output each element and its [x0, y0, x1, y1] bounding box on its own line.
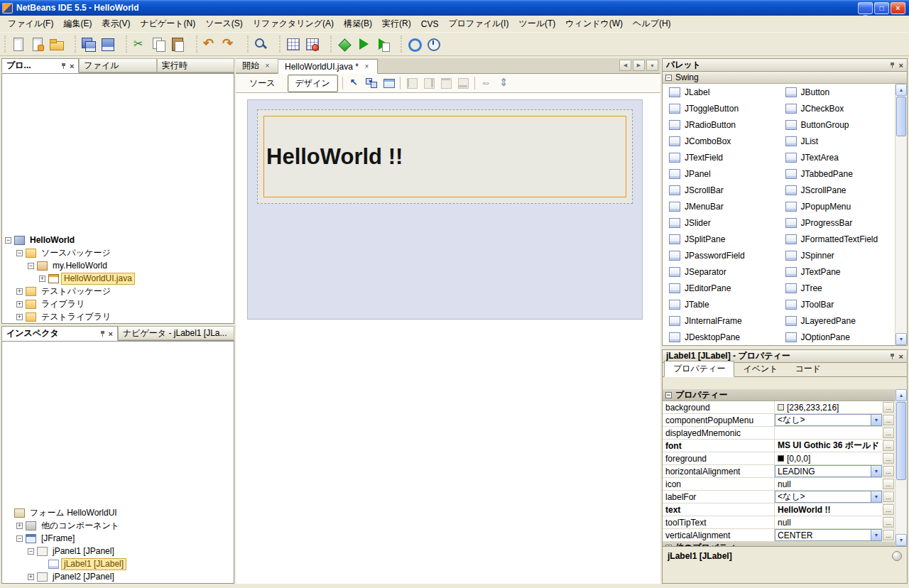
menu-item[interactable]: 実行(R) — [377, 16, 416, 32]
ellipsis-button[interactable]: ... — [883, 466, 894, 477]
save-icon[interactable] — [99, 36, 116, 53]
design-canvas[interactable]: HelloWorld !! — [236, 93, 660, 584]
scroll-down-icon[interactable]: ▼ — [896, 534, 907, 546]
preview-design-icon[interactable] — [381, 76, 396, 90]
property-value[interactable]: null — [775, 478, 882, 490]
menu-item[interactable]: 表示(V) — [97, 16, 135, 32]
palette-item[interactable]: JPopupMenu — [779, 198, 896, 214]
align-right-icon[interactable] — [422, 76, 436, 90]
jframe-design-surface[interactable]: HelloWorld !! — [247, 99, 643, 320]
palette-item[interactable]: JRadioButton — [663, 116, 779, 133]
align-bottom-icon[interactable] — [456, 76, 470, 90]
scrollbar-thumb[interactable] — [896, 402, 906, 480]
close-tab-icon[interactable]: × — [363, 62, 371, 70]
dropdown-arrow-icon[interactable]: ▼ — [871, 530, 881, 540]
scroll-tabs-left-button[interactable]: ◀ — [619, 60, 631, 71]
source-view-button[interactable]: ソース — [241, 75, 283, 92]
palette-item[interactable]: JOptionPane — [779, 329, 896, 345]
jlabel1-design[interactable]: HelloWorld !! — [263, 116, 626, 197]
connection-mode-icon[interactable] — [364, 76, 379, 90]
palette-item[interactable]: JList — [779, 133, 896, 149]
palette-item[interactable]: JDesktopPane — [663, 329, 779, 345]
cut-icon[interactable] — [131, 36, 148, 53]
palette-scrollbar[interactable]: ▲ ▼ — [895, 84, 907, 345]
ellipsis-button[interactable]: ... — [883, 491, 894, 502]
jpanel1-design[interactable]: HelloWorld !! — [257, 109, 633, 204]
palette-item[interactable]: JComboBox — [663, 133, 779, 149]
inspector-tree-node[interactable]: jLabel1 [JLabel] — [2, 557, 234, 570]
palette-item[interactable]: JTextField — [663, 149, 779, 165]
expand-icon[interactable]: + — [39, 276, 45, 282]
properties-tab[interactable]: イベント — [734, 361, 786, 376]
ellipsis-button[interactable]: ... — [883, 504, 894, 515]
inspector-tree-node[interactable]: フォーム HelloWorldUI — [2, 506, 234, 519]
scroll-tabs-right-button[interactable]: ▶ — [633, 60, 645, 71]
resize-horizontal-icon[interactable] — [479, 76, 494, 90]
debug-project-icon[interactable] — [374, 36, 391, 53]
palette-item[interactable]: JSlider — [663, 214, 779, 231]
collapse-icon[interactable]: − — [16, 535, 23, 542]
new-project-icon[interactable] — [28, 36, 45, 53]
profiler-icon[interactable] — [425, 36, 442, 53]
ellipsis-button[interactable]: ... — [883, 479, 894, 489]
collapse-icon[interactable]: − — [28, 548, 34, 555]
menu-item[interactable]: 構築(B) — [339, 16, 377, 32]
new-file-icon[interactable] — [9, 36, 26, 53]
inspector-tree-node[interactable]: +他のコンポーネント — [2, 519, 234, 532]
inspector-tree-node[interactable]: −jPanel1 [JPanel] — [2, 545, 234, 557]
menu-item[interactable]: ナビゲート(N) — [135, 16, 200, 32]
help-icon[interactable] — [892, 551, 902, 561]
property-value[interactable]: [0,0,0] — [775, 452, 882, 464]
palette-item[interactable]: JEditorPane — [663, 280, 779, 296]
menu-item[interactable]: ウィンドウ(W) — [560, 16, 628, 32]
collapse-icon[interactable]: − — [665, 392, 672, 398]
palette-item[interactable]: JLayeredPane — [779, 312, 896, 329]
palette-item[interactable]: JPanel — [663, 165, 779, 182]
project-tree-node[interactable]: +テストパッケージ — [2, 285, 234, 298]
palette-item[interactable]: JMenuBar — [663, 198, 779, 214]
properties-tab[interactable]: プロパティー — [664, 361, 734, 377]
dropdown-arrow-icon[interactable]: ▼ — [871, 466, 881, 477]
align-left-icon[interactable] — [405, 76, 419, 90]
project-tree-node[interactable]: −my.HelloWorld — [2, 259, 234, 272]
property-value[interactable]: [236,233,216] — [775, 401, 882, 413]
palette-item[interactable]: JCheckBox — [779, 100, 896, 116]
property-value[interactable]: CENTER▼ — [775, 529, 882, 541]
palette-item[interactable]: JToggleButton — [663, 100, 779, 116]
copy-icon[interactable] — [150, 36, 167, 53]
auto-hide-pin-icon[interactable] — [61, 62, 67, 70]
design-view-button[interactable]: デザイン — [288, 75, 338, 92]
ellipsis-button[interactable]: ... — [883, 402, 894, 413]
palette-item[interactable]: JTextPane — [779, 263, 896, 280]
dropdown-arrow-icon[interactable]: ▼ — [871, 415, 881, 425]
menu-item[interactable]: プロファイル(I) — [443, 16, 513, 32]
selection-mode-icon[interactable] — [347, 76, 361, 90]
auto-hide-pin-icon[interactable] — [890, 62, 896, 69]
project-tree-node[interactable]: +テストライブラリ — [2, 310, 234, 323]
properties-tab[interactable]: コード — [787, 361, 830, 376]
palette-item[interactable]: JSplitPane — [663, 231, 779, 247]
find-icon[interactable] — [252, 36, 269, 53]
build-project-icon[interactable] — [284, 36, 301, 53]
palette-item[interactable]: JLabel — [663, 84, 779, 100]
scroll-up-icon[interactable]: ▲ — [896, 84, 907, 96]
editor-tab[interactable]: 開始× — [236, 58, 278, 73]
menu-item[interactable]: ソース(S) — [200, 16, 248, 32]
expand-icon[interactable]: + — [28, 574, 34, 580]
save-all-icon[interactable] — [80, 36, 97, 53]
maximize-button[interactable]: □ — [874, 2, 889, 14]
tab-list-dropdown-button[interactable]: ▼ — [646, 60, 658, 71]
menu-item[interactable]: リファクタリング(A) — [248, 16, 339, 32]
palette-item[interactable]: ButtonGroup — [779, 116, 896, 133]
close-icon[interactable]: × — [109, 330, 113, 337]
palette-item[interactable]: JProgressBar — [779, 214, 896, 231]
project-tree-node[interactable]: +ライブラリ — [2, 298, 234, 310]
palette-item[interactable]: JPasswordField — [663, 247, 779, 263]
ellipsis-button[interactable]: ... — [883, 517, 894, 528]
close-tab-icon[interactable]: × — [263, 62, 271, 70]
property-value[interactable]: MS UI Gothic 36 ボールド — [775, 440, 882, 452]
palette-item[interactable]: JTable — [663, 296, 779, 312]
inspector-tree-node[interactable]: −[JFrame] — [2, 532, 234, 545]
property-value[interactable]: HelloWorld !! — [775, 503, 882, 516]
inspector-tab[interactable]: ナビゲータ - jLabel1 [JLa... — [118, 326, 234, 340]
